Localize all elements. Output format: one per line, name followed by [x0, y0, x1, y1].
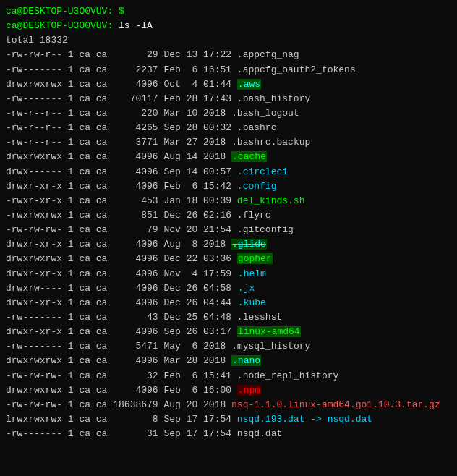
- table-row: drwxr-xr-x 1 ca ca 4096 Aug 8 2018 .glid…: [6, 237, 451, 252]
- file-name: .glide: [231, 239, 267, 250]
- table-row: drwxr-xr-x 1 ca ca 4096 Sep 26 03:17 lin…: [6, 325, 451, 339]
- file-name: .nano: [231, 355, 261, 366]
- file-meta: 1 ca ca 4096 Dec 22 03:36: [62, 253, 237, 264]
- table-row: -rw-r--r-- 1 ca ca 3771 Mar 27 2018 .bas…: [6, 135, 451, 150]
- table-row: -rwxr-xr-x 1 ca ca 453 Jan 18 00:39 del_…: [6, 194, 451, 208]
- file-meta: 1 ca ca 2237 Feb 6 16:51: [62, 64, 237, 75]
- file-meta: 1 ca ca 851 Dec 26 02:16: [62, 210, 237, 221]
- file-perm: -rw-rw-r--: [6, 49, 62, 60]
- table-row: -rw-rw-rw- 1 ca ca 32 Feb 6 15:41 .node_…: [6, 369, 451, 383]
- file-name: .jx: [237, 283, 255, 294]
- file-meta: 1 ca ca 79 Nov 20 21:54: [62, 224, 237, 235]
- file-meta: 1 ca ca 4096 Nov 4 17:59: [62, 268, 237, 279]
- file-perm: drwxrwxrwx: [6, 385, 62, 396]
- file-perm: drwxr-xr-x: [6, 181, 62, 192]
- file-perm: drwxrwxrwx: [6, 79, 62, 90]
- table-row: drwxr-xr-x 1 ca ca 4096 Feb 6 15:42 .con…: [6, 179, 451, 194]
- file-perm: -rw-------: [6, 428, 62, 439]
- file-perm: drwxr-xr-x: [6, 297, 62, 308]
- file-meta: 1 ca ca 4096 Feb 6 15:42: [62, 181, 237, 192]
- file-name: .npm: [237, 385, 261, 396]
- file-perm: -rw-r--r--: [6, 122, 62, 133]
- file-meta: 1 ca ca 453 Jan 18 00:39: [62, 195, 237, 206]
- file-meta: 1 ca ca 43 Dec 25 04:48: [62, 312, 237, 323]
- prompt-line-1: ca@DESKTOP-U3O0VUV: $: [6, 4, 451, 19]
- file-perm: lrwxrwxrwx: [6, 414, 62, 425]
- table-row: -rw------- 1 ca ca 2237 Feb 6 16:51 .app…: [6, 63, 451, 77]
- file-name: .lesshst: [237, 312, 282, 323]
- file-perm: drwxr-xr-x: [6, 239, 62, 250]
- file-perm: -rw-------: [6, 341, 62, 352]
- table-row: -rw-rw-rw- 1 ca ca 79 Nov 20 21:54 .gitc…: [6, 223, 451, 237]
- file-name: .bash_history: [237, 93, 310, 104]
- table-row: drwxrwxrwx 1 ca ca 4096 Mar 28 2018 .nan…: [6, 354, 451, 368]
- table-row: -rw-rw-r-- 1 ca ca 29 Dec 13 17:22 .appc…: [6, 48, 451, 62]
- table-row: lrwxrwxrwx 1 ca ca 8 Sep 17 17:54 nsqd.1…: [6, 412, 451, 427]
- prompt-user-1: ca@DESKTOP-U3O0VUV:: [6, 6, 113, 17]
- file-perm: drwxrwxrwx: [6, 253, 62, 264]
- terminal-window: ca@DESKTOP-U3O0VUV: $ ca@DESKTOP-U3O0VUV…: [6, 4, 451, 441]
- table-row: -rw-r--r-- 1 ca ca 4265 Sep 28 00:32 .ba…: [6, 121, 451, 135]
- file-perm: -rwxr-xr-x: [6, 195, 62, 206]
- file-name: nsq-1.1.0.linux-amd64.go1.10.3.tar.gz: [231, 399, 440, 410]
- table-row: drwxrwxrwx 1 ca ca 4096 Dec 22 03:36 gop…: [6, 252, 451, 266]
- command-text: ls -lA: [113, 20, 153, 31]
- file-perm: -rw-r--r--: [6, 137, 62, 148]
- file-name: .kube: [237, 297, 267, 308]
- file-perm: drwxrwxrwx: [6, 151, 62, 162]
- file-perm: -rw-r--r--: [6, 108, 62, 119]
- file-name: .cache: [231, 151, 267, 162]
- file-name: nsqd.193.dat -> nsqd.dat: [237, 414, 372, 425]
- file-perm: drwxrw----: [6, 283, 62, 294]
- table-row: -rw------- 1 ca ca 31 Sep 17 17:54 nsqd.…: [6, 427, 451, 441]
- file-meta: 1 ca ca 4096 Dec 26 04:58: [62, 283, 237, 294]
- prompt-user-2: ca@DESKTOP-U3O0VUV:: [6, 20, 113, 31]
- file-meta: 1 ca ca 4096 Feb 6 16:00: [62, 385, 237, 396]
- file-meta: 1 ca ca 18638679 Aug 20 2018: [62, 399, 231, 410]
- table-row: drwxr-xr-x 1 ca ca 4096 Nov 4 17:59 .hel…: [6, 267, 451, 281]
- file-meta: 1 ca ca 4096 Mar 28 2018: [62, 355, 231, 366]
- file-name: nsqd.dat: [237, 428, 282, 439]
- file-name: .bashrc: [237, 122, 277, 133]
- file-name: gopher: [237, 253, 273, 264]
- prompt-symbol-1: $: [113, 6, 124, 17]
- file-meta: 1 ca ca 4265 Sep 28 00:32: [62, 122, 237, 133]
- file-name: .helm: [237, 268, 267, 279]
- file-meta: 1 ca ca 4096 Dec 26 04:44: [62, 297, 237, 308]
- file-name: .appcfg_nag: [237, 49, 299, 60]
- file-meta: 1 ca ca 8 Sep 17 17:54: [62, 414, 237, 425]
- file-name: .node_repl_history: [237, 370, 338, 381]
- file-name: del_kinds.sh: [237, 195, 305, 206]
- file-perm: drwx------: [6, 166, 62, 177]
- table-row: drwxrwxrwx 1 ca ca 4096 Oct 4 01:44 .aws: [6, 77, 451, 92]
- total-line: total 18332: [6, 33, 451, 48]
- table-row: drwx------ 1 ca ca 4096 Sep 14 00:57 .ci…: [6, 165, 451, 179]
- file-name: .bash_logout: [231, 108, 299, 119]
- file-name: .flyrc: [237, 210, 271, 221]
- file-meta: 1 ca ca 220 Mar 10 2018: [62, 108, 231, 119]
- file-meta: 1 ca ca 4096 Oct 4 01:44: [62, 79, 237, 90]
- table-row: drwxrwxrwx 1 ca ca 4096 Feb 6 16:00 .npm: [6, 383, 451, 398]
- prompt-line-2: ca@DESKTOP-U3O0VUV: ls -lA: [6, 19, 451, 33]
- file-perm: -rwxrwxrwx: [6, 210, 62, 221]
- table-row: -rw------- 1 ca ca 70117 Feb 28 17:43 .b…: [6, 92, 451, 106]
- table-row: -rw------- 1 ca ca 43 Dec 25 04:48 .less…: [6, 310, 451, 325]
- file-meta: 1 ca ca 4096 Sep 26 03:17: [62, 326, 237, 337]
- table-row: drwxr-xr-x 1 ca ca 4096 Dec 26 04:44 .ku…: [6, 296, 451, 310]
- table-row: drwxrwxrwx 1 ca ca 4096 Aug 14 2018 .cac…: [6, 150, 451, 164]
- table-row: -rw-r--r-- 1 ca ca 220 Mar 10 2018 .bash…: [6, 106, 451, 121]
- file-perm: -rw-rw-rw-: [6, 370, 62, 381]
- file-meta: 1 ca ca 5471 May 6 2018: [62, 341, 231, 352]
- file-perm: -rw-------: [6, 64, 62, 75]
- file-perm: -rw-------: [6, 312, 62, 323]
- file-meta: 1 ca ca 31 Sep 17 17:54: [62, 428, 237, 439]
- file-perm: drwxr-xr-x: [6, 326, 62, 337]
- file-meta: 1 ca ca 4096 Sep 14 00:57: [62, 166, 237, 177]
- table-row: -rw-rw-rw- 1 ca ca 18638679 Aug 20 2018 …: [6, 398, 451, 412]
- file-name: .circleci: [237, 166, 288, 177]
- file-meta: 1 ca ca 29 Dec 13 17:22: [62, 49, 237, 60]
- file-perm: -rw-------: [6, 93, 62, 104]
- file-meta: 1 ca ca 3771 Mar 27 2018: [62, 137, 231, 148]
- file-perm: drwxr-xr-x: [6, 268, 62, 279]
- file-name: .appcfg_oauth2_tokens: [237, 64, 356, 75]
